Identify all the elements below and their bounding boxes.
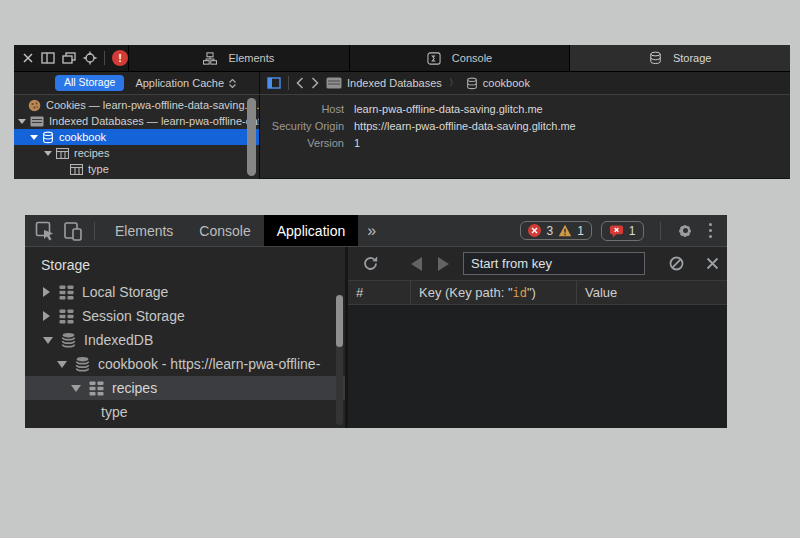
sidebar-item-label: Local Storage: [82, 284, 168, 300]
chrome-devtools-window: Elements Console Application » 3 1 1: [25, 215, 727, 428]
inspect-element-icon[interactable]: [31, 215, 59, 246]
column-header-number[interactable]: #: [348, 281, 411, 304]
device-toolbar-icon[interactable]: [59, 215, 87, 246]
disclosure-down-icon[interactable]: [57, 361, 67, 368]
issues-badge[interactable]: !: [112, 50, 128, 66]
elements-icon: [203, 52, 217, 65]
sidebar-item-label: cookbook - https://learn-pwa-offline-: [98, 356, 320, 372]
settings-gear-icon[interactable]: [677, 222, 694, 239]
sidebar-item-indexeddb[interactable]: IndexedDB: [25, 328, 345, 352]
detail-label: Host: [260, 103, 344, 115]
stepper-chevrons-icon: [229, 79, 236, 88]
issues-icon: [609, 224, 624, 238]
safari-filter-navigation-bar: All Storage Application Cache: [14, 71, 790, 95]
storage-scope-select[interactable]: Application Cache: [135, 77, 236, 89]
tab-label: Elements: [115, 223, 173, 239]
detail-value: learn-pwa-offline-data-saving.glitch.me: [354, 103, 543, 115]
breadcrumb: Indexed Databases 〉 cookbook: [260, 72, 790, 94]
sidebar-item-type[interactable]: type: [14, 161, 259, 177]
cascade-windows-icon[interactable]: [62, 52, 76, 64]
sidebar-item-recipes[interactable]: recipes: [14, 145, 259, 161]
safari-toolbar-controls: !: [14, 45, 128, 71]
tab-elements[interactable]: Elements: [102, 215, 186, 246]
key-column-text: "): [527, 285, 536, 300]
breadcrumb-label: Indexed Databases: [347, 77, 442, 89]
issue-count: 1: [629, 225, 636, 237]
tab-label: Elements: [228, 52, 274, 64]
sidebar-scrollbar-thumb[interactable]: [247, 98, 256, 176]
tab-storage[interactable]: Storage: [569, 45, 790, 71]
tab-label: Console: [452, 52, 492, 64]
detail-label: Security Origin: [260, 120, 344, 132]
disclosure-right-icon[interactable]: [43, 287, 50, 297]
console-summary-badge[interactable]: 3 1: [520, 221, 591, 240]
refresh-icon[interactable]: [358, 255, 383, 272]
tab-elements[interactable]: Elements: [128, 45, 349, 71]
close-icon[interactable]: [22, 52, 34, 64]
all-storage-filter-button[interactable]: All Storage: [55, 75, 124, 91]
element-picker-icon[interactable]: [83, 51, 97, 65]
table-icon: [56, 148, 69, 159]
disclosure-down-icon[interactable]: [18, 119, 26, 124]
warning-count: 1: [577, 225, 584, 237]
breadcrumb-indexed-databases[interactable]: Indexed Databases: [326, 77, 442, 89]
safari-storage-sidebar: Cookies — learn-pwa-offline-data-saving.…: [14, 95, 260, 179]
sidebar-item-label: Indexed Databases — learn-pwa-offline-da…: [49, 115, 259, 127]
split-view-icon[interactable]: [41, 52, 55, 64]
sidebar-item-cookies[interactable]: Cookies — learn-pwa-offline-data-saving.…: [14, 97, 259, 113]
breadcrumb-cookbook[interactable]: cookbook: [466, 77, 530, 90]
sidebar-item-label: Cookies — learn-pwa-offline-data-saving.…: [46, 99, 259, 111]
delete-selected-icon[interactable]: [701, 256, 724, 271]
sidebar-item-session-storage[interactable]: Session Storage: [25, 304, 345, 328]
sidebar-item-type-index[interactable]: type: [25, 400, 345, 424]
tab-application[interactable]: Application: [264, 215, 359, 246]
issues-badge[interactable]: 1: [601, 221, 644, 241]
warning-count-icon: [558, 224, 572, 237]
start-from-key-input[interactable]: [463, 252, 645, 275]
detail-label: Version: [260, 137, 344, 149]
tab-console[interactable]: Console: [186, 215, 263, 246]
sidebar-item-label: type: [101, 404, 127, 420]
tab-label: Console: [199, 223, 250, 239]
sidebar-item-local-storage[interactable]: Local Storage: [25, 280, 345, 304]
sidebar-scrollbar-thumb[interactable]: [336, 295, 343, 347]
column-header-key[interactable]: Key (Key path: "id"): [411, 281, 577, 304]
tab-label: Application: [277, 223, 346, 239]
sidebar-item-indexed-databases[interactable]: Indexed Databases — learn-pwa-offline-da…: [14, 113, 259, 129]
sidebar-item-recipes-store[interactable]: recipes: [25, 376, 345, 400]
sidebar-item-cookbook[interactable]: cookbook: [14, 129, 259, 145]
sidebar-item-label: IndexedDB: [84, 332, 153, 348]
table-icon: [58, 309, 75, 324]
more-tabs-button[interactable]: »: [358, 215, 385, 246]
breadcrumb-label: cookbook: [483, 77, 530, 89]
detail-row-host: Host learn-pwa-offline-data-saving.glitc…: [260, 100, 790, 117]
detail-row-security-origin: Security Origin https://learn-pwa-offlin…: [260, 117, 790, 134]
sidebar-section-title: Storage: [25, 247, 345, 280]
next-page-icon[interactable]: [438, 257, 449, 271]
sidebar-item-label: Session Storage: [82, 308, 185, 324]
detail-value: https://learn-pwa-offline-data-saving.gl…: [354, 120, 576, 132]
entries-table-body[interactable]: [348, 305, 727, 428]
error-count: 3: [546, 225, 553, 237]
previous-page-icon[interactable]: [411, 257, 422, 271]
sidebar-item-cookbook-database[interactable]: cookbook - https://learn-pwa-offline-: [25, 352, 345, 376]
database-icon: [60, 332, 77, 348]
disclosure-right-icon[interactable]: [43, 311, 50, 321]
application-panel-sidebar: Storage Local Storage Session Storage: [25, 247, 348, 428]
more-options-icon[interactable]: [703, 223, 719, 239]
scope-select-label: Application Cache: [135, 77, 224, 89]
nav-forward-icon[interactable]: [311, 77, 319, 89]
sidebar-item-label: type: [88, 163, 109, 175]
disclosure-down-icon[interactable]: [30, 135, 38, 140]
console-icon: [427, 52, 441, 65]
disclosure-down-icon[interactable]: [43, 337, 53, 344]
tabbar-right-controls: 3 1 1: [520, 215, 727, 246]
tab-console[interactable]: Console: [349, 45, 570, 71]
column-header-value[interactable]: Value: [577, 281, 727, 304]
disclosure-down-icon[interactable]: [44, 151, 52, 156]
disclosure-down-icon[interactable]: [71, 385, 81, 392]
sidebar-item-label: recipes: [74, 147, 109, 159]
clear-object-store-icon[interactable]: [664, 255, 689, 272]
details-sidebar-toggle-icon[interactable]: [267, 77, 281, 89]
nav-back-icon[interactable]: [296, 77, 304, 89]
